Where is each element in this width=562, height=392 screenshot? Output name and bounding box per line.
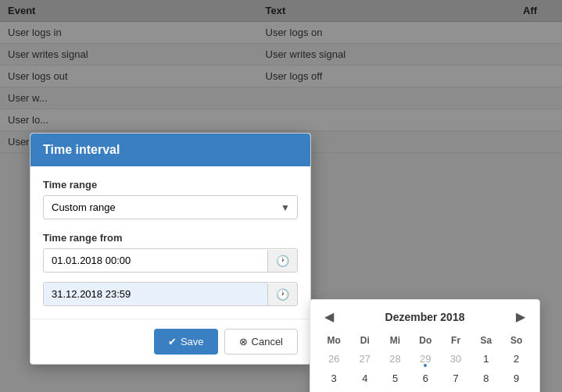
calendar-week-row: 10111213141516 <box>318 388 532 392</box>
time-interval-dialog: Time interval Time range Custom rangeLas… <box>30 133 311 365</box>
calendar-day[interactable]: 3 <box>318 369 349 388</box>
calendar-header: ◀ Dezember 2018 ▶ <box>318 308 532 326</box>
calendar-day[interactable]: 27 <box>349 349 380 369</box>
calendar-day[interactable]: 7 <box>441 369 471 388</box>
calendar-week-row: 3456789 <box>318 369 532 388</box>
calendar-day[interactable]: 5 <box>380 369 410 388</box>
save-button[interactable]: ✔ Save <box>154 329 218 355</box>
calendar-weekday: Mi <box>380 332 410 349</box>
save-label: Save <box>181 336 204 347</box>
time-range-from-input[interactable] <box>44 249 267 272</box>
calendar-day[interactable]: 26 <box>318 349 349 369</box>
calendar-weekday: Fr <box>441 332 471 349</box>
time-range-select[interactable]: Custom rangeLast hourLast 24 hoursLast 7… <box>43 195 298 219</box>
cancel-button[interactable]: ⊗ Cancel <box>224 329 298 355</box>
cancel-circle-icon: ⊗ <box>239 336 248 347</box>
dialog-footer: ✔ Save ⊗ Cancel <box>30 319 310 364</box>
calendar-day[interactable]: 12 <box>380 388 410 392</box>
from-clock-button[interactable]: 🕐 <box>267 250 297 272</box>
calendar-day[interactable]: 14 <box>441 388 471 392</box>
calendar-day[interactable]: 29 <box>410 349 441 369</box>
calendar-title: Dezember 2018 <box>385 311 465 323</box>
to-clock-button[interactable]: 🕐 <box>267 283 297 305</box>
calendar-weekday: Do <box>410 332 441 349</box>
calendar-day[interactable]: 15 <box>471 388 501 392</box>
calendar-weekday: Sa <box>471 332 501 349</box>
calendar-grid: MoDiMiDoFrSaSo 2627282930123456789101112… <box>318 332 532 392</box>
cancel-label: Cancel <box>252 336 283 347</box>
calendar-day[interactable]: 4 <box>349 369 380 388</box>
calendar-day[interactable]: 16 <box>501 388 532 392</box>
calendar-weekday: Mo <box>318 332 349 349</box>
calendar-week-row: 262728293012 <box>318 349 532 369</box>
calendar-day[interactable]: 1 <box>471 349 501 369</box>
calendar-day[interactable]: 2 <box>501 349 532 369</box>
time-range-to-section: 🕐 ◀ Dezember 2018 ▶ MoDiMiDoFrSaSo 26272… <box>43 282 298 306</box>
calendar-day[interactable]: 10 <box>318 388 349 392</box>
calendar-weekday: So <box>501 332 532 349</box>
calendar-day[interactable]: 9 <box>501 369 532 388</box>
time-range-select-wrapper: Custom rangeLast hourLast 24 hoursLast 7… <box>43 195 298 219</box>
calendar-day[interactable]: 6 <box>410 369 441 388</box>
dialog-body: Time range Custom rangeLast hourLast 24 … <box>30 166 310 319</box>
calendar-day[interactable]: 13 <box>410 388 441 392</box>
calendar-weekday: Di <box>349 332 380 349</box>
calendar-prev-button[interactable]: ◀ <box>320 308 338 326</box>
time-range-to-input-group: 🕐 <box>43 282 298 306</box>
time-range-from-input-group: 🕐 <box>43 248 298 273</box>
dialog-header: Time interval <box>30 134 310 166</box>
calendar-day[interactable]: 8 <box>471 369 501 388</box>
time-range-to-input[interactable] <box>44 283 267 305</box>
time-range-from-label: Time range from <box>43 232 298 244</box>
time-range-label: Time range <box>43 179 298 191</box>
calendar-day[interactable]: 30 <box>441 349 471 369</box>
calendar-popup: ◀ Dezember 2018 ▶ MoDiMiDoFrSaSo 2627282… <box>310 299 540 392</box>
calendar-day[interactable]: 28 <box>380 349 410 369</box>
calendar-next-button[interactable]: ▶ <box>511 308 530 326</box>
dialog-title: Time interval <box>43 143 120 156</box>
calendar-day[interactable]: 11 <box>349 388 380 392</box>
save-check-icon: ✔ <box>168 336 177 347</box>
